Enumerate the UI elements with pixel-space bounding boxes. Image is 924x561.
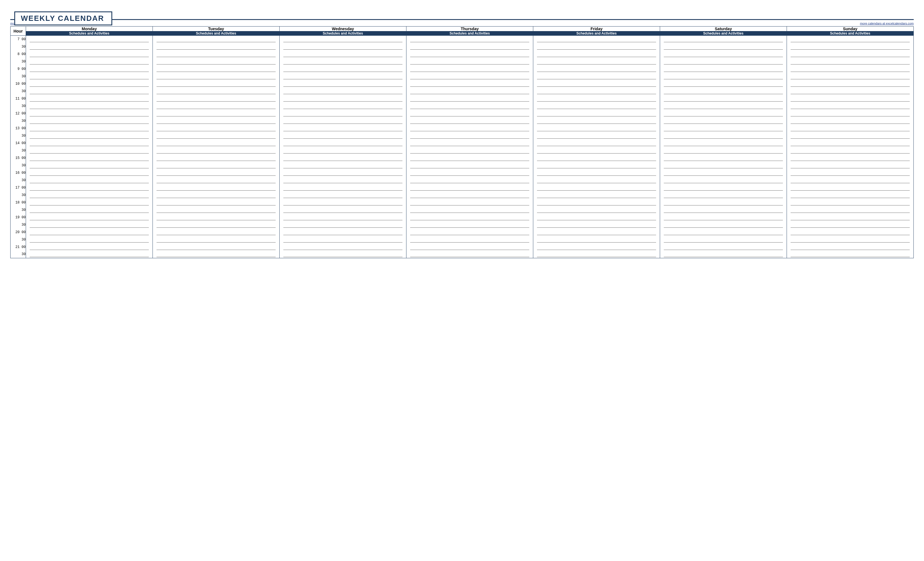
schedule-slot[interactable] xyxy=(533,125,660,132)
schedule-slot[interactable] xyxy=(660,139,787,147)
schedule-slot[interactable] xyxy=(660,73,787,80)
schedule-slot[interactable] xyxy=(406,177,533,184)
schedule-slot[interactable] xyxy=(280,88,406,95)
schedule-slot[interactable] xyxy=(406,251,533,258)
schedule-slot[interactable] xyxy=(26,199,153,206)
schedule-slot[interactable] xyxy=(280,58,406,65)
schedule-slot[interactable] xyxy=(280,95,406,102)
schedule-slot[interactable] xyxy=(787,36,914,43)
schedule-slot[interactable] xyxy=(787,65,914,73)
schedule-slot[interactable] xyxy=(153,88,280,95)
schedule-slot[interactable] xyxy=(280,110,406,117)
schedule-slot[interactable] xyxy=(280,244,406,251)
schedule-slot[interactable] xyxy=(533,110,660,117)
schedule-slot[interactable] xyxy=(26,162,153,169)
schedule-slot[interactable] xyxy=(533,139,660,147)
schedule-slot[interactable] xyxy=(660,221,787,229)
schedule-slot[interactable] xyxy=(406,102,533,110)
schedule-slot[interactable] xyxy=(406,147,533,154)
schedule-slot[interactable] xyxy=(280,125,406,132)
schedule-slot[interactable] xyxy=(406,236,533,244)
schedule-slot[interactable] xyxy=(533,117,660,125)
schedule-slot[interactable] xyxy=(533,88,660,95)
schedule-slot[interactable] xyxy=(787,125,914,132)
schedule-slot[interactable] xyxy=(406,229,533,236)
schedule-slot[interactable] xyxy=(280,236,406,244)
schedule-slot[interactable] xyxy=(787,58,914,65)
schedule-slot[interactable] xyxy=(406,221,533,229)
schedule-slot[interactable] xyxy=(787,229,914,236)
schedule-slot[interactable] xyxy=(406,65,533,73)
schedule-slot[interactable] xyxy=(406,36,533,43)
schedule-slot[interactable] xyxy=(406,88,533,95)
schedule-slot[interactable] xyxy=(787,177,914,184)
schedule-slot[interactable] xyxy=(533,236,660,244)
schedule-slot[interactable] xyxy=(280,51,406,58)
schedule-slot[interactable] xyxy=(26,125,153,132)
schedule-slot[interactable] xyxy=(533,43,660,51)
schedule-slot[interactable] xyxy=(26,80,153,88)
schedule-slot[interactable] xyxy=(26,177,153,184)
schedule-slot[interactable] xyxy=(280,102,406,110)
schedule-slot[interactable] xyxy=(406,80,533,88)
schedule-slot[interactable] xyxy=(533,147,660,154)
schedule-slot[interactable] xyxy=(153,139,280,147)
schedule-slot[interactable] xyxy=(153,36,280,43)
schedule-slot[interactable] xyxy=(280,117,406,125)
schedule-slot[interactable] xyxy=(280,251,406,258)
schedule-slot[interactable] xyxy=(787,214,914,221)
schedule-slot[interactable] xyxy=(153,117,280,125)
schedule-slot[interactable] xyxy=(533,65,660,73)
schedule-slot[interactable] xyxy=(406,206,533,214)
schedule-slot[interactable] xyxy=(280,147,406,154)
schedule-slot[interactable] xyxy=(153,51,280,58)
schedule-slot[interactable] xyxy=(280,229,406,236)
schedule-slot[interactable] xyxy=(660,51,787,58)
schedule-slot[interactable] xyxy=(153,102,280,110)
schedule-slot[interactable] xyxy=(153,199,280,206)
schedule-slot[interactable] xyxy=(153,125,280,132)
schedule-slot[interactable] xyxy=(26,169,153,177)
schedule-slot[interactable] xyxy=(26,51,153,58)
schedule-slot[interactable] xyxy=(787,43,914,51)
schedule-slot[interactable] xyxy=(660,43,787,51)
schedule-slot[interactable] xyxy=(787,154,914,162)
schedule-slot[interactable] xyxy=(26,154,153,162)
schedule-slot[interactable] xyxy=(406,132,533,139)
schedule-slot[interactable] xyxy=(660,88,787,95)
schedule-slot[interactable] xyxy=(787,132,914,139)
schedule-slot[interactable] xyxy=(406,154,533,162)
schedule-slot[interactable] xyxy=(26,132,153,139)
schedule-slot[interactable] xyxy=(406,73,533,80)
schedule-slot[interactable] xyxy=(406,191,533,199)
schedule-slot[interactable] xyxy=(787,236,914,244)
schedule-slot[interactable] xyxy=(153,65,280,73)
schedule-slot[interactable] xyxy=(153,191,280,199)
schedule-slot[interactable] xyxy=(26,102,153,110)
schedule-slot[interactable] xyxy=(660,80,787,88)
schedule-slot[interactable] xyxy=(26,244,153,251)
schedule-slot[interactable] xyxy=(26,36,153,43)
schedule-slot[interactable] xyxy=(787,80,914,88)
schedule-slot[interactable] xyxy=(660,244,787,251)
schedule-slot[interactable] xyxy=(787,244,914,251)
schedule-slot[interactable] xyxy=(787,51,914,58)
schedule-slot[interactable] xyxy=(26,110,153,117)
schedule-slot[interactable] xyxy=(153,229,280,236)
schedule-slot[interactable] xyxy=(533,102,660,110)
schedule-slot[interactable] xyxy=(406,214,533,221)
schedule-slot[interactable] xyxy=(280,214,406,221)
schedule-slot[interactable] xyxy=(660,132,787,139)
schedule-slot[interactable] xyxy=(26,95,153,102)
schedule-slot[interactable] xyxy=(533,206,660,214)
schedule-slot[interactable] xyxy=(280,154,406,162)
schedule-slot[interactable] xyxy=(533,251,660,258)
schedule-slot[interactable] xyxy=(787,221,914,229)
schedule-slot[interactable] xyxy=(26,206,153,214)
schedule-slot[interactable] xyxy=(406,117,533,125)
schedule-slot[interactable] xyxy=(26,73,153,80)
schedule-slot[interactable] xyxy=(153,110,280,117)
schedule-slot[interactable] xyxy=(406,110,533,117)
schedule-slot[interactable] xyxy=(153,147,280,154)
schedule-slot[interactable] xyxy=(533,36,660,43)
